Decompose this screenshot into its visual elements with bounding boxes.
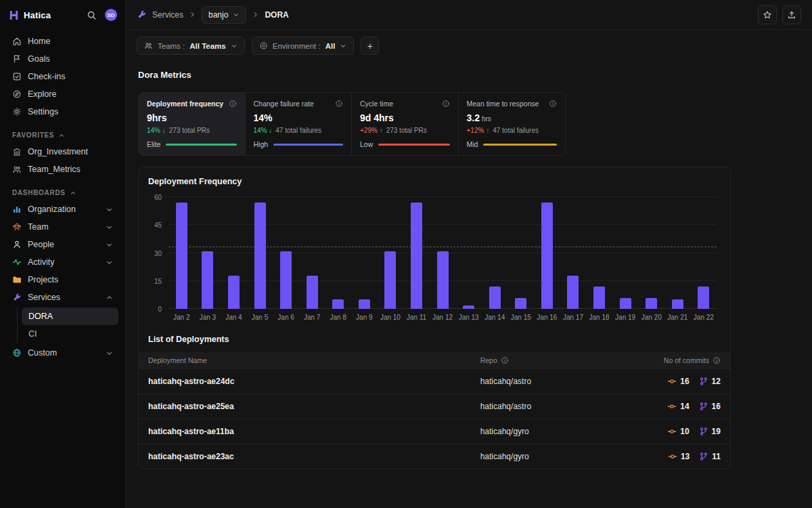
bar-jan-10[interactable]	[384, 251, 396, 309]
sidebar-item-dora[interactable]: DORA	[22, 308, 118, 325]
tier-line	[378, 144, 449, 146]
upload-icon	[787, 10, 796, 20]
export-button[interactable]	[782, 5, 801, 24]
y-tick-label: 45	[154, 221, 162, 229]
topbar-actions	[758, 5, 801, 24]
sidebar-item-organization[interactable]: Organization	[7, 200, 118, 218]
metric-card-change-failure-rate[interactable]: Change failure rate 14% 14% ↓ 47 total f…	[246, 93, 353, 155]
table-body: haticahq-astro-ae24dc haticahq/astro 16 …	[139, 368, 730, 469]
info-icon[interactable]	[501, 356, 509, 364]
bar-jan-7[interactable]	[307, 276, 318, 310]
bar-slot-jan-7	[299, 197, 325, 309]
info-icon[interactable]	[229, 100, 237, 108]
bar-jan-15[interactable]	[515, 298, 526, 310]
tier-line	[273, 144, 343, 146]
bar-jan-12[interactable]	[437, 251, 449, 309]
table-row[interactable]: haticahq-astro-ae23ac haticahq/gyro 13 1…	[139, 444, 730, 469]
bar-jan-3[interactable]	[202, 251, 213, 309]
bar-jan-19[interactable]	[620, 298, 631, 310]
bar-jan-20[interactable]	[646, 298, 657, 310]
bar-jan-4[interactable]	[228, 276, 240, 310]
project-selector[interactable]: banjo	[202, 6, 246, 24]
sidebar-nav: Home Goals Check-ins Explore Settings	[7, 33, 118, 121]
sidebar-item-activity[interactable]: Activity	[7, 253, 118, 271]
sidebar-item-custom[interactable]: Custom	[7, 344, 118, 362]
bar-jan-6[interactable]	[280, 251, 292, 309]
x-tick-label: Jan 19	[612, 314, 639, 321]
wrench-icon	[12, 293, 22, 302]
chevron-down-icon	[106, 224, 113, 231]
sidebar-item-org-investment[interactable]: Org_Investment	[7, 143, 118, 161]
sidebar-item-people[interactable]: People	[7, 236, 118, 253]
bar-jan-11[interactable]	[411, 203, 422, 309]
bar-jan-2[interactable]	[176, 203, 187, 309]
metric-card-mean-time-to-response[interactable]: Mean time to response 3.2hrs +12% ↑ 47 t…	[459, 93, 566, 155]
avatar[interactable]: SD	[105, 9, 117, 21]
metric-card-deployment-frequency[interactable]: Deployment frequency 9hrs 14% ↓ 273 tota…	[139, 93, 246, 155]
x-tick-label: Jan 10	[378, 314, 404, 321]
sidebar-item-label: Organization	[28, 205, 76, 214]
table-row[interactable]: haticahq-astro-ae24dc haticahq/astro 16 …	[139, 368, 730, 394]
chevron-up-icon	[58, 132, 65, 139]
info-icon[interactable]	[335, 100, 343, 108]
column-commits-label: No of commits	[664, 356, 709, 364]
pr-count: 16	[699, 402, 721, 411]
bar-jan-21[interactable]	[672, 299, 683, 309]
bar-jan-16[interactable]	[541, 203, 553, 309]
search-icon[interactable]	[87, 10, 97, 20]
info-icon[interactable]	[713, 356, 721, 364]
sidebar-item-settings[interactable]: Settings	[7, 103, 118, 121]
info-icon[interactable]	[442, 100, 450, 108]
table-row[interactable]: haticahq-astro-ae25ea haticahq/astro 14 …	[139, 394, 730, 419]
pr-count: 11	[699, 452, 721, 461]
x-tick-label: Jan 21	[664, 314, 691, 321]
add-filter-button[interactable]: +	[361, 37, 379, 55]
y-tick-label: 15	[154, 277, 162, 284]
pr-count: 19	[699, 427, 721, 436]
x-tick-label: Jan 3	[195, 314, 221, 321]
chevron-up-icon	[70, 190, 76, 196]
bar-jan-22[interactable]	[698, 287, 709, 309]
person-icon	[12, 240, 22, 249]
chevron-down-icon	[231, 43, 238, 49]
x-tick-label: Jan 7	[299, 314, 325, 321]
teams-filter[interactable]: Teams : All Teams	[137, 37, 245, 55]
deployment-commits: 10 19	[606, 427, 721, 436]
bar-jan-9[interactable]	[359, 299, 370, 309]
sidebar-item-explore[interactable]: Explore	[7, 85, 118, 103]
sidebar-item-label: Org_Investment	[28, 147, 88, 156]
table-row[interactable]: haticahq-astro-ae11ba haticahq/gyro 10 1…	[139, 419, 730, 444]
x-tick-label: Jan 13	[455, 314, 482, 321]
sidebar-item-check-ins[interactable]: Check-ins	[7, 68, 118, 85]
bar-jan-8[interactable]	[332, 299, 344, 309]
bar-jan-18[interactable]	[593, 287, 605, 309]
metric-card-header: Deployment frequency	[147, 100, 237, 108]
environment-filter[interactable]: Environment : All	[252, 37, 355, 55]
breadcrumb-section[interactable]: Services	[152, 10, 183, 20]
favorite-button[interactable]	[758, 5, 777, 24]
sidebar-item-ci[interactable]: CI	[22, 325, 118, 343]
sidebar-item-label: Projects	[28, 275, 58, 284]
bar-jan-17[interactable]	[567, 276, 579, 310]
dashboards-section-title[interactable]: DASHBOARDS	[12, 189, 113, 196]
commit-count: 10	[667, 427, 689, 436]
brand-name: Hatica	[24, 10, 51, 20]
sidebar-item-team[interactable]: Team	[7, 218, 118, 236]
bar-jan-14[interactable]	[489, 287, 501, 309]
deployment-commits: 16 12	[606, 377, 721, 386]
deployment-name: haticahq-astro-ae11ba	[148, 427, 480, 436]
favorites-section-title[interactable]: FAVORITES	[12, 131, 113, 139]
hatica-logo-icon	[8, 9, 20, 21]
metric-card-cycle-time[interactable]: Cycle time 9d 4hrs +29% ↑ 273 total PRs …	[352, 93, 459, 155]
sidebar-item-team-metrics[interactable]: Team_Metrics	[7, 161, 118, 178]
y-tick-label: 30	[154, 249, 162, 257]
metric-tier-row: Elite	[147, 140, 237, 148]
bar-jan-5[interactable]	[254, 203, 266, 309]
info-icon[interactable]	[549, 100, 557, 108]
sidebar-item-projects[interactable]: Projects	[7, 271, 118, 289]
sidebar-item-goals[interactable]: Goals	[7, 50, 118, 68]
sidebar-item-home[interactable]: Home	[7, 33, 118, 50]
bar-jan-13[interactable]	[463, 305, 474, 310]
sidebar-item-services[interactable]: Services	[7, 289, 118, 306]
metric-card-header: Mean time to response	[467, 100, 558, 108]
